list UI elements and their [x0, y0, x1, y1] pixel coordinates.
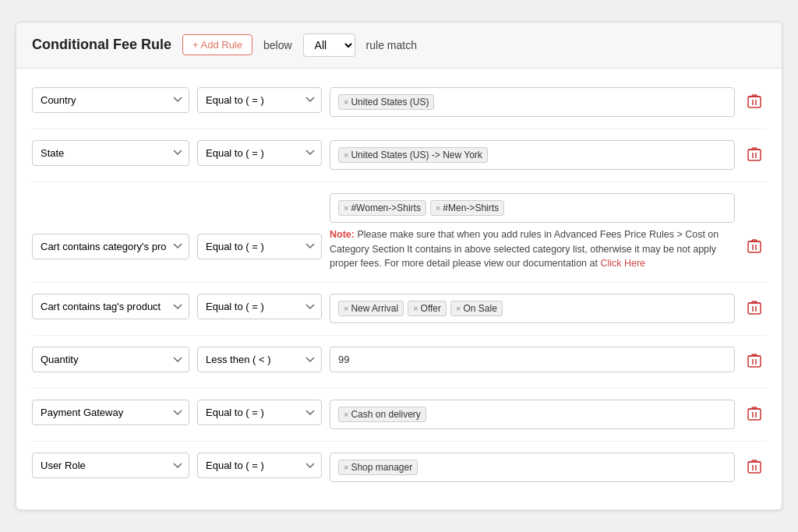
svg-rect-8 [748, 241, 761, 252]
trash-icon [747, 146, 761, 162]
svg-rect-24 [748, 462, 761, 473]
operator-select-country[interactable]: Equal to ( = ) Not Equal to ( != ) Less … [197, 87, 322, 113]
field-select-tag[interactable]: Country State Cart contains category's p… [32, 294, 189, 319]
operator-select-userrole[interactable]: Equal to ( = ) Not Equal to ( != ) Less … [197, 453, 322, 478]
delete-button-quantity[interactable] [743, 348, 766, 377]
rule-row: Country State Cart contains category's p… [32, 442, 766, 494]
value-area-quantity [330, 347, 735, 372]
tag-item: ×#Women->Shirts [338, 200, 426, 216]
category-note: Note: Please make sure that when you add… [330, 227, 735, 271]
trash-icon [747, 353, 761, 368]
tags-input-country[interactable]: ×United States (US) [330, 87, 735, 117]
rule-row: Country State Cart contains category's p… [32, 182, 766, 283]
svg-rect-0 [748, 97, 761, 107]
panel-header: Conditional Fee Rule + Add Rule below Al… [16, 23, 782, 69]
rule-row: Country State Cart contains category's p… [32, 336, 766, 389]
tag-item: ×On Sale [450, 301, 503, 316]
operator-select-tag[interactable]: Equal to ( = ) Not Equal to ( != ) Less … [197, 294, 322, 319]
match-select[interactable]: All Any [303, 33, 355, 57]
tag-remove[interactable]: × [344, 304, 348, 313]
svg-rect-4 [748, 150, 761, 160]
trash-icon [747, 93, 761, 109]
tags-input-payment[interactable]: ×Cash on delivery [330, 400, 735, 429]
value-area-userrole: ×Shop manager [330, 453, 735, 482]
tag-remove[interactable]: × [344, 150, 348, 160]
tag-item: ×Shop manager [338, 460, 418, 475]
delete-button-state[interactable] [743, 142, 766, 171]
delete-button-tag[interactable] [743, 295, 766, 324]
field-select-country[interactable]: Country State Cart contains category's p… [32, 87, 189, 113]
rules-body: Country State Cart contains category's p… [16, 69, 782, 509]
below-label: below [263, 39, 292, 51]
conditional-fee-rule-panel: Conditional Fee Rule + Add Rule below Al… [16, 22, 782, 510]
trash-icon [747, 406, 761, 421]
rule-match-label: rule match [366, 39, 417, 51]
value-area-category: ×#Women->Shirts ×#Men->Shirts Note: Plea… [330, 193, 735, 271]
tag-item: ×Offer [408, 301, 447, 316]
note-label: Note: [330, 229, 355, 240]
rule-row: Country State Cart contains category's p… [32, 129, 766, 182]
tag-item: ×United States (US) -> New York [338, 147, 488, 163]
tag-remove[interactable]: × [344, 410, 348, 419]
trash-icon [747, 459, 761, 474]
field-select-userrole[interactable]: Country State Cart contains category's p… [32, 453, 189, 478]
operator-select-quantity[interactable]: Equal to ( = ) Not Equal to ( != ) Less … [197, 347, 322, 372]
tag-remove[interactable]: × [456, 304, 461, 313]
tag-remove[interactable]: × [344, 97, 348, 107]
tag-item: ×#Men->Shirts [430, 200, 504, 216]
note-link[interactable]: Click Here [600, 258, 645, 269]
tag-remove[interactable]: × [344, 203, 348, 213]
tag-item: ×Cash on delivery [338, 407, 426, 422]
quantity-text-input[interactable] [330, 347, 735, 372]
delete-button-userrole[interactable] [743, 454, 766, 483]
trash-icon [747, 238, 761, 254]
value-area-payment: ×Cash on delivery [330, 400, 735, 429]
note-text: Please make sure that when you add rules… [330, 229, 719, 270]
value-area-tag: ×New Arrival ×Offer ×On Sale [330, 294, 735, 323]
tags-input-tag[interactable]: ×New Arrival ×Offer ×On Sale [330, 294, 735, 323]
delete-button-payment[interactable] [743, 401, 766, 430]
svg-rect-20 [748, 409, 761, 420]
add-rule-button[interactable]: + Add Rule [182, 34, 252, 55]
tag-item: ×New Arrival [338, 301, 404, 316]
tag-remove[interactable]: × [436, 203, 440, 213]
field-select-quantity[interactable]: Country State Cart contains category's p… [32, 347, 189, 372]
value-area-state: ×United States (US) -> New York [330, 140, 735, 170]
svg-rect-16 [748, 356, 761, 367]
panel-title: Conditional Fee Rule [32, 37, 171, 53]
svg-rect-12 [748, 303, 761, 314]
tag-remove[interactable]: × [344, 463, 348, 472]
rule-row: Country State Cart contains category's p… [32, 389, 766, 442]
field-select-category[interactable]: Country State Cart contains category's p… [32, 234, 189, 259]
tags-input-category[interactable]: ×#Women->Shirts ×#Men->Shirts [330, 193, 735, 223]
value-area-country: ×United States (US) [330, 87, 735, 117]
tags-input-state[interactable]: ×United States (US) -> New York [330, 140, 735, 170]
field-select-payment[interactable]: Country State Cart contains category's p… [32, 400, 189, 425]
operator-select-state[interactable]: Equal to ( = ) Not Equal to ( != ) Less … [197, 140, 322, 166]
operator-select-payment[interactable]: Equal to ( = ) Not Equal to ( != ) Less … [197, 400, 322, 425]
trash-icon [747, 300, 761, 315]
tag-remove[interactable]: × [413, 304, 418, 313]
tag-item: ×United States (US) [338, 94, 434, 110]
rule-row: Country State Cart contains category's p… [32, 76, 766, 129]
rule-row: Country State Cart contains category's p… [32, 283, 766, 336]
delete-button-country[interactable] [743, 89, 766, 118]
delete-button-category[interactable] [743, 234, 766, 262]
tags-input-userrole[interactable]: ×Shop manager [330, 453, 735, 482]
operator-select-category[interactable]: Equal to ( = ) Not Equal to ( != ) Less … [197, 234, 322, 259]
field-select-state[interactable]: Country State Cart contains category's p… [32, 140, 189, 166]
